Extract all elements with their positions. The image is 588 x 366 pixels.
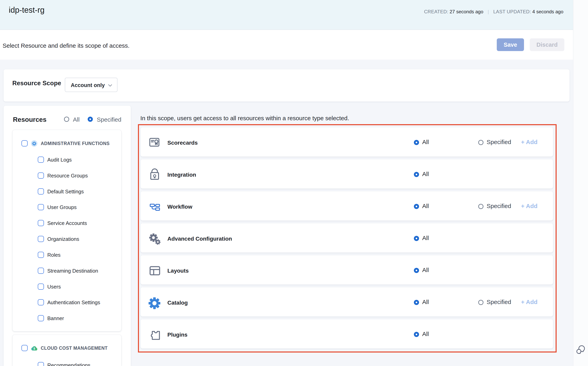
svg-text:$: $ (33, 347, 35, 350)
